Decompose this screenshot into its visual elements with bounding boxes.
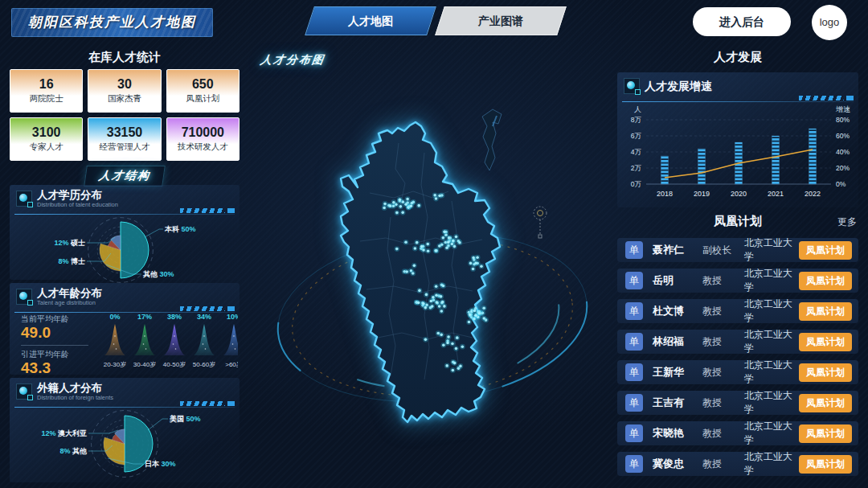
person-title: 教授 — [702, 305, 744, 318]
svg-text:40-50岁: 40-50岁 — [163, 361, 186, 368]
age-peaks-chart: 0%20-30岁17%30-40岁38%40-50岁34%50-60岁10%>6… — [92, 312, 238, 373]
phoenix-section-header: 凤凰计划 更多 — [617, 214, 858, 230]
person-name: 宋晓艳 — [653, 426, 702, 441]
person-organization: 北京工业大学 — [744, 420, 799, 447]
stat-card: 710000技术研发人才 — [166, 117, 240, 161]
phoenix-plan-tag[interactable]: 凤凰计划 — [799, 272, 852, 290]
person-name: 杜文博 — [653, 304, 702, 318]
pie-chart-icon — [16, 383, 32, 400]
talent-distribution-map[interactable] — [241, 48, 617, 488]
current-avg-age-value: 49.0 — [21, 324, 95, 342]
stat-card: 33150经营管理人才 — [88, 117, 161, 161]
svg-text:34%: 34% — [197, 313, 211, 321]
page-title: 朝阳区科技产业人才地图 — [11, 8, 213, 37]
header-dashes-decoration — [180, 208, 225, 213]
svg-text:17%: 17% — [137, 313, 152, 321]
foreign-panel-title: 外籍人才分布 — [37, 382, 233, 394]
structure-section-title: 人才结构 — [10, 166, 240, 187]
phoenix-plan-tag[interactable]: 凤凰计划 — [799, 455, 852, 474]
pie-chart-icon — [16, 289, 32, 305]
stat-card: 16两院院士 — [10, 69, 83, 113]
growth-panel-header: 人才发展增速 — [617, 72, 858, 102]
phoenix-plan-tag[interactable]: 凤凰计划 — [799, 363, 852, 382]
person-type-badge: 单 — [625, 394, 643, 412]
more-link[interactable]: 更多 — [837, 215, 857, 229]
person-organization: 北京工业大学 — [744, 389, 799, 416]
stat-value: 710000 — [182, 125, 224, 140]
svg-text:10%: 10% — [227, 313, 238, 321]
phoenix-person-row[interactable]: 单杜文博教授北京工业大学凤凰计划 — [617, 299, 858, 323]
person-type-badge: 单 — [625, 455, 643, 473]
svg-text:38%: 38% — [167, 313, 182, 321]
phoenix-person-row[interactable]: 单冀俊忠教授北京工业大学凤凰计划 — [617, 452, 858, 476]
phoenix-person-row[interactable]: 单宋晓艳教授北京工业大学凤凰计划 — [617, 421, 858, 445]
stat-card: 650凤凰计划 — [166, 69, 240, 113]
phoenix-plan-tag[interactable]: 凤凰计划 — [799, 333, 852, 351]
district-outline[interactable] — [341, 122, 500, 422]
svg-text:50-60岁: 50-60岁 — [193, 361, 215, 368]
foreign-panel-subtitle: Distribution of foreign talents — [37, 394, 233, 401]
phoenix-plan-tag[interactable]: 凤凰计划 — [799, 302, 852, 321]
person-title: 副校长 — [702, 244, 744, 257]
person-name: 岳明 — [653, 273, 702, 288]
stat-value: 16 — [39, 77, 54, 92]
import-avg-age-value: 43.3 — [21, 359, 95, 377]
header-dash-end-decoration — [227, 401, 235, 406]
svg-text:4万: 4万 — [631, 148, 642, 156]
person-organization: 北京工业大学 — [744, 297, 799, 325]
person-organization: 北京工业大学 — [744, 267, 799, 294]
svg-text:2021: 2021 — [768, 190, 784, 198]
svg-text:20%: 20% — [836, 164, 850, 172]
foreign-distribution-panel: 外籍人才分布 Distribution of foreign talents 美… — [10, 378, 240, 482]
pie-chart-icon — [16, 191, 32, 207]
svg-text:>60岁: >60岁 — [225, 361, 238, 368]
phoenix-person-row[interactable]: 单王新华教授北京工业大学凤凰计划 — [617, 360, 858, 384]
person-name: 冀俊忠 — [653, 457, 702, 471]
phoenix-plan-tag[interactable]: 凤凰计划 — [799, 424, 852, 443]
svg-text:8万: 8万 — [631, 116, 642, 124]
pie-chart-icon — [624, 78, 640, 94]
phoenix-person-row[interactable]: 单林绍福教授北京工业大学凤凰计划 — [617, 330, 858, 354]
top-tabs: 人才地图 产业图谱 — [309, 6, 562, 35]
person-organization: 北京工业大学 — [744, 359, 799, 386]
stat-label: 凤凰计划 — [186, 93, 219, 105]
person-title: 教授 — [702, 396, 744, 410]
stat-value: 30 — [117, 77, 132, 92]
phoenix-plan-tag[interactable]: 凤凰计划 — [799, 394, 852, 412]
svg-text:其他 30%: 其他 30% — [142, 270, 174, 278]
development-section-title: 人才发展 — [617, 50, 858, 65]
svg-text:增速: 增速 — [835, 105, 850, 113]
person-type-badge: 单 — [625, 272, 643, 289]
person-name: 聂祚仁 — [653, 243, 702, 257]
import-avg-age-label: 引进平均年龄 — [21, 349, 95, 359]
svg-text:本科 50%: 本科 50% — [164, 225, 196, 233]
phoenix-plan-tag[interactable]: 凤凰计划 — [799, 241, 852, 260]
svg-text:2022: 2022 — [805, 190, 821, 198]
enter-admin-button[interactable]: 进入后台 — [693, 7, 791, 36]
svg-text:8% 博士: 8% 博士 — [58, 257, 85, 265]
person-name: 王新华 — [653, 365, 702, 379]
tab-industry-graph[interactable]: 产业图谱 — [435, 6, 567, 35]
phoenix-person-row[interactable]: 单岳明教授北京工业大学凤凰计划 — [617, 269, 858, 293]
person-organization: 北京工业大学 — [744, 328, 799, 355]
person-type-badge: 单 — [625, 363, 643, 381]
logo[interactable]: logo — [812, 5, 847, 40]
person-title: 教授 — [702, 335, 744, 349]
header-dashes-decoration — [180, 306, 225, 311]
svg-text:美国 50%: 美国 50% — [169, 414, 201, 423]
svg-text:8% 其他: 8% 其他 — [59, 447, 88, 455]
phoenix-section-title: 凤凰计划 — [617, 214, 858, 229]
person-organization: 北京工业大学 — [744, 450, 799, 478]
svg-text:0%: 0% — [109, 313, 120, 321]
person-title: 教授 — [702, 427, 744, 441]
growth-panel-title: 人才发展增速 — [645, 76, 852, 96]
stat-label: 国家杰青 — [108, 93, 141, 105]
svg-text:2万: 2万 — [631, 164, 642, 172]
phoenix-person-row[interactable]: 单聂祚仁副校长北京工业大学凤凰计划 — [617, 238, 858, 262]
person-type-badge: 单 — [625, 241, 643, 259]
tab-talent-map[interactable]: 人才地图 — [305, 6, 436, 35]
education-distribution-panel: 人才学历分布 Distribution of talent education … — [10, 185, 240, 280]
phoenix-person-row[interactable]: 单王吉有教授北京工业大学凤凰计划 — [617, 391, 858, 415]
education-rose-chart: 本科 50%其他 30%8% 博士12% 硕士 — [10, 215, 240, 284]
growth-panel: 人才发展增速 人增速0万0%2万20%4万40%6万60%8万80%201820… — [617, 72, 858, 207]
